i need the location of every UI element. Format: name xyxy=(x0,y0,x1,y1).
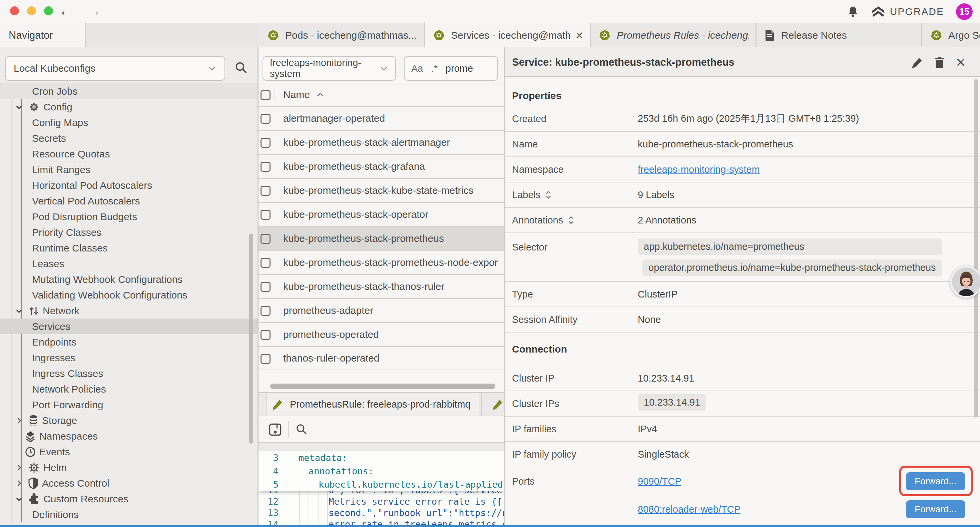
upgrade-button[interactable]: UPGRADE xyxy=(871,5,944,18)
sidebar-item-runtime-classes[interactable]: Runtime Classes xyxy=(0,240,258,256)
sidebar-item-mutating-webhook-configurations[interactable]: Mutating Webhook Configurations xyxy=(0,272,258,287)
table-row-kube-prometheus-stack-thanos-ruler[interactable]: kube-prometheus-stack-thanos-ruler xyxy=(259,274,504,298)
row-checkbox[interactable] xyxy=(261,354,270,364)
sidebar-item-storage[interactable]: Storage xyxy=(0,412,258,428)
sidebar-item-helm[interactable]: Helm xyxy=(0,460,258,475)
chevron-right-icon[interactable] xyxy=(13,416,25,425)
trash-icon[interactable] xyxy=(934,56,945,68)
sidebar-item-endpoints[interactable]: Endpoints xyxy=(0,334,258,350)
tab-services-icecheng-math[interactable]: Services - icecheng@math...× xyxy=(425,23,591,47)
row-checkbox[interactable] xyxy=(261,186,270,196)
namespace-selector[interactable]: freeleaps-monitoring-system xyxy=(262,56,396,81)
sidebar-item-network-policies[interactable]: Network Policies xyxy=(0,381,258,397)
sidebar-item-label: Vertical Pod Autoscalers xyxy=(32,196,140,207)
sidebar-item-port-forwarding[interactable]: Port Forwarding xyxy=(0,397,258,412)
save-icon[interactable] xyxy=(268,422,283,437)
sidebar-item-validating-webhook-configurations[interactable]: Validating Webhook Configurations xyxy=(0,287,258,303)
chevron-down-icon[interactable] xyxy=(13,103,25,111)
table-row-kube-prometheus-stack-prometheus-node-expor[interactable]: kube-prometheus-stack-prometheus-node-ex… xyxy=(259,250,504,274)
row-checkbox[interactable] xyxy=(261,162,270,172)
forward-button[interactable]: → xyxy=(86,2,102,19)
sidebar-item-network[interactable]: Network xyxy=(0,303,258,318)
table-row-kube-prometheus-stack-prometheus[interactable]: kube-prometheus-stack-prometheus xyxy=(259,226,504,250)
sidebar-item-namespaces[interactable]: Namespaces xyxy=(0,428,258,444)
close-window-button[interactable] xyxy=(10,6,19,15)
name-filter-input[interactable]: Aa .* prome xyxy=(404,56,498,81)
table-row-thanos-ruler-operated[interactable]: thanos-ruler-operated xyxy=(259,346,504,370)
sidebar-item-resource-quotas[interactable]: Resource Quotas xyxy=(0,146,258,162)
minimize-window-button[interactable] xyxy=(27,6,36,15)
table-row-prometheus-operated[interactable]: prometheus-operated xyxy=(259,322,504,346)
bell-icon[interactable] xyxy=(846,5,859,18)
table-row-alertmanager-operated[interactable]: alertmanager-operated xyxy=(259,106,504,130)
editor-tab-prometheusrule[interactable]: PrometheusRule: freeleaps-prod-rabbitmq xyxy=(266,393,479,416)
tab-pods-icecheng-mathmas[interactable]: Pods - icecheng@mathmas... xyxy=(259,23,425,47)
horizontal-scrollbar[interactable] xyxy=(270,384,495,389)
sidebar-item-leases[interactable]: Leases xyxy=(0,256,258,272)
sidebar-item-pod-disruption-budgets[interactable]: Pod Disruption Budgets xyxy=(0,209,258,224)
chevron-right-icon[interactable] xyxy=(13,463,25,472)
sort-updown-icon[interactable] xyxy=(568,215,574,226)
sidebar-scrollbar[interactable] xyxy=(249,234,253,444)
port-link[interactable]: 8080:reloader-web/TCP xyxy=(638,504,740,515)
row-checkbox[interactable] xyxy=(261,306,270,316)
detail-scrollbar[interactable] xyxy=(974,79,978,417)
table-row-kube-prometheus-stack-alertmanager[interactable]: kube-prometheus-stack-alertmanager xyxy=(259,130,504,154)
tab-release-notes[interactable]: Release Notes xyxy=(757,23,922,47)
sidebar-item-priority-classes[interactable]: Priority Classes xyxy=(0,224,258,240)
name-column-header[interactable]: Name xyxy=(283,83,325,106)
sidebar-item-ingress-classes[interactable]: Ingress Classes xyxy=(0,366,258,381)
sidebar-item-config-maps[interactable]: Config Maps xyxy=(0,115,258,131)
row-checkbox[interactable] xyxy=(261,258,270,268)
match-case-toggle[interactable]: Aa xyxy=(411,63,423,74)
sidebar-item-custom-resources[interactable]: Custom Resources xyxy=(0,491,258,507)
search-icon[interactable] xyxy=(234,61,248,75)
close-tab-icon[interactable]: × xyxy=(576,29,583,42)
sidebar-item-definitions[interactable]: Definitions xyxy=(0,507,258,522)
row-checkbox[interactable] xyxy=(261,138,270,148)
table-row-prometheus-adapter[interactable]: prometheus-adapter xyxy=(259,298,504,322)
sidebar-item-events[interactable]: Events xyxy=(0,444,258,460)
sort-updown-icon[interactable] xyxy=(545,189,552,200)
search-icon[interactable] xyxy=(295,423,308,436)
chevron-down-icon[interactable] xyxy=(13,307,25,315)
port-link[interactable]: 9090/TCP xyxy=(638,476,681,487)
chevron-right-icon[interactable] xyxy=(13,479,25,488)
editor-tab-partial[interactable] xyxy=(481,393,504,416)
back-button[interactable]: ← xyxy=(59,2,74,19)
sidebar-item-services[interactable]: Services xyxy=(0,318,258,334)
kubeconfig-selector[interactable]: Local Kubeconfigs xyxy=(5,56,225,81)
chevron-down-icon[interactable] xyxy=(13,495,25,503)
sidebar-item-access-control[interactable]: Access Control xyxy=(0,475,258,491)
edit-pencil-icon[interactable] xyxy=(911,57,923,68)
notification-badge[interactable]: 15 xyxy=(956,3,973,20)
close-icon[interactable]: × xyxy=(956,54,965,70)
table-row-kube-prometheus-stack-operator[interactable]: kube-prometheus-stack-operator xyxy=(259,202,504,226)
sidebar-item-vertical-pod-autoscalers[interactable]: Vertical Pod Autoscalers xyxy=(0,193,258,209)
tab-navigator[interactable]: Navigator xyxy=(0,23,86,47)
sidebar-item-ingresses[interactable]: Ingresses xyxy=(0,350,258,366)
sidebar-item-limit-ranges[interactable]: Limit Ranges xyxy=(0,162,258,177)
sidebar-item-secrets[interactable]: Secrets xyxy=(0,131,258,146)
select-all-checkbox[interactable] xyxy=(261,90,270,100)
namespace-link[interactable]: freeleaps-monitoring-system xyxy=(638,164,760,175)
sidebar-item-config[interactable]: Config xyxy=(0,99,258,115)
tab-argo-se[interactable]: Argo Se xyxy=(922,23,980,47)
sidebar-item-cron-jobs[interactable]: Cron Jobs xyxy=(0,83,258,99)
forward-button[interactable]: Forward... xyxy=(906,500,965,518)
sidebar-item-horizontal-pod-autoscalers[interactable]: Horizontal Pod Autoscalers xyxy=(0,177,258,193)
yaml-editor[interactable]: 110","for":"1m","labels":{"service":"12M… xyxy=(259,451,504,527)
section-heading-properties: Properties xyxy=(505,85,980,107)
code-link[interactable]: https://net xyxy=(459,508,504,518)
table-row-kube-prometheus-stack-kube-state-metrics[interactable]: kube-prometheus-stack-kube-state-metrics xyxy=(259,178,504,202)
tab-prometheus-rules-icecheng[interactable]: Prometheus Rules - icecheng... xyxy=(591,23,757,47)
table-row-kube-prometheus-stack-grafana[interactable]: kube-prometheus-stack-grafana xyxy=(259,154,504,178)
maximize-window-button[interactable] xyxy=(44,6,53,15)
row-checkbox[interactable] xyxy=(261,330,270,340)
user-avatar[interactable] xyxy=(950,266,980,298)
row-checkbox[interactable] xyxy=(261,234,270,244)
row-checkbox[interactable] xyxy=(261,210,270,220)
regex-toggle[interactable]: .* xyxy=(431,63,437,74)
row-checkbox[interactable] xyxy=(261,114,270,124)
row-checkbox[interactable] xyxy=(261,282,270,292)
